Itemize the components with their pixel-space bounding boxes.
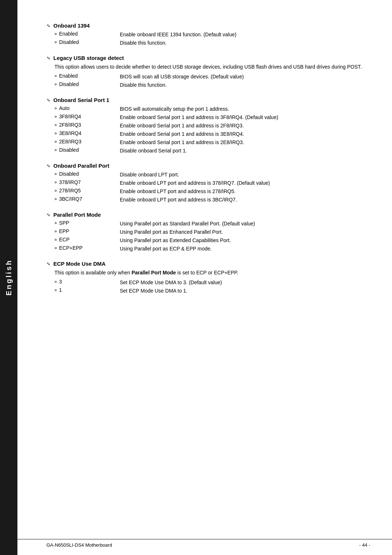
section-icon-onboard-1394: ∿ — [46, 23, 50, 28]
option-row: » Disabled Disable onboard Serial port 1… — [54, 147, 370, 155]
section-title-parallel-port: Onboard Parallel Port — [53, 163, 109, 169]
option-row: » ECP+EPP Using Parallel port as ECP & E… — [54, 245, 370, 253]
section-icon-parallel-port-mode: ∿ — [46, 212, 50, 217]
option-key: » 2E8/IRQ3 — [54, 139, 120, 146]
option-row: » 278/IRQ5 Enable onboard LPT port and a… — [54, 188, 370, 195]
footer: GA-N650SLI-DS4 Motherboard - 44 - — [17, 539, 392, 548]
option-key: » 278/IRQ5 — [54, 188, 120, 195]
arrow-icon: » — [54, 220, 57, 225]
section-onboard-1394: ∿ Onboard 1394 — [46, 23, 370, 29]
option-row: » 3F8/IRQ4 Enable onboard Serial port 1 … — [54, 114, 370, 121]
option-key: » 378/IRQ7 — [54, 179, 120, 187]
option-row: » Enabled BIOS will scan all USB storage… — [54, 73, 370, 81]
section-ecp-mode-use-dma: ∿ ECP Mode Use DMA — [46, 261, 370, 267]
option-key: » ECP — [54, 237, 120, 244]
option-key: » 1 — [54, 287, 120, 295]
option-row: » ECP Using Parallel port as Extended Ca… — [54, 237, 370, 244]
arrow-icon: » — [54, 114, 57, 119]
option-row: » Disabled Disable this function. — [54, 81, 370, 89]
arrow-icon: » — [54, 279, 57, 284]
option-key: » 3BC/IRQ7 — [54, 196, 120, 204]
arrow-icon: » — [54, 106, 57, 111]
option-key: » Disabled — [54, 171, 120, 179]
arrow-icon: » — [54, 82, 57, 87]
option-row: » 2E8/IRQ3 Enable onboard Serial port 1 … — [54, 139, 370, 146]
section-parallel-port-mode: ∿ Parallel Port Mode — [46, 212, 370, 218]
option-row: » Auto BIOS will automatically setup the… — [54, 105, 370, 113]
option-row: » 1 Set ECP Mode Use DMA to 1. — [54, 287, 370, 295]
arrow-icon: » — [54, 171, 57, 176]
main-content: ∿ Onboard 1394 » Enabled Enable onboard … — [17, 0, 392, 317]
arrow-icon: » — [54, 122, 57, 127]
section-desc-ecp-mode: This option is available only when Paral… — [54, 269, 370, 277]
option-key: » Auto — [54, 105, 120, 113]
option-row: » EPP Using Parallel port as Enhanced Pa… — [54, 228, 370, 236]
arrow-icon: » — [54, 237, 57, 242]
option-row: » 3 Set ECP Mode Use DMA to 3. (Default … — [54, 279, 370, 286]
option-row: » Enabled Enable onboard IEEE 1394 funct… — [54, 31, 370, 38]
option-row: » SPP Using Parallel port as Standard Pa… — [54, 220, 370, 228]
option-key: » Disabled — [54, 39, 120, 47]
arrow-icon: » — [54, 147, 57, 152]
sidebar: English — [0, 0, 17, 555]
arrow-icon: » — [54, 287, 57, 293]
arrow-icon: » — [54, 196, 57, 201]
footer-right: - 44 - — [359, 542, 370, 548]
arrow-icon: » — [54, 229, 57, 234]
option-key: » Disabled — [54, 147, 120, 155]
option-row: » Disabled Disable this function. — [54, 39, 370, 47]
option-row: » 2F8/IRQ3 Enable onboard Serial port 1 … — [54, 122, 370, 130]
option-key: » Enabled — [54, 31, 120, 38]
option-row: » 3BC/IRQ7 Enable onboard LPT port and a… — [54, 196, 370, 204]
section-title-serial-port-1: Onboard Serial Port 1 — [53, 97, 109, 103]
section-icon-legacy-usb: ∿ — [46, 55, 50, 61]
arrow-icon: » — [54, 31, 57, 36]
section-icon-parallel-port: ∿ — [46, 163, 50, 168]
section-desc-legacy-usb: This option allows users to decide wheth… — [54, 63, 370, 71]
footer-left: GA-N650SLI-DS4 Motherboard — [46, 542, 112, 548]
section-title-parallel-port-mode: Parallel Port Mode — [53, 212, 101, 218]
section-title-ecp-mode: ECP Mode Use DMA — [53, 261, 106, 267]
arrow-icon: » — [54, 180, 57, 185]
option-key: » 2F8/IRQ3 — [54, 122, 120, 130]
option-key: » Disabled — [54, 81, 120, 89]
sidebar-label: English — [5, 259, 13, 295]
option-key: » 3E8/IRQ4 — [54, 130, 120, 138]
option-row: » 3E8/IRQ4 Enable onboard Serial port 1 … — [54, 130, 370, 138]
arrow-icon: » — [54, 188, 57, 193]
section-title-legacy-usb: Legacy USB storage detect — [53, 55, 124, 61]
section-onboard-parallel-port: ∿ Onboard Parallel Port — [46, 163, 370, 169]
option-key: » EPP — [54, 228, 120, 236]
arrow-icon: » — [54, 245, 57, 250]
bold-text-parallel-port-mode: Parallel Port Mode — [131, 270, 176, 276]
option-key: » SPP — [54, 220, 120, 228]
option-key: » 3 — [54, 279, 120, 286]
option-row: » Disabled Disable onboard LPT port. — [54, 171, 370, 179]
option-key: » ECP+EPP — [54, 245, 120, 253]
arrow-icon: » — [54, 131, 57, 136]
arrow-icon: » — [54, 40, 57, 45]
option-key: » Enabled — [54, 73, 120, 81]
section-icon-serial-port-1: ∿ — [46, 97, 50, 103]
section-legacy-usb: ∿ Legacy USB storage detect — [46, 55, 370, 61]
section-onboard-serial-port-1: ∿ Onboard Serial Port 1 — [46, 97, 370, 103]
arrow-icon: » — [54, 139, 57, 144]
arrow-icon: » — [54, 73, 57, 78]
section-icon-ecp-mode: ∿ — [46, 261, 50, 266]
section-title-onboard-1394: Onboard 1394 — [53, 23, 90, 29]
option-row: » 378/IRQ7 Enable onboard LPT port and a… — [54, 179, 370, 187]
option-key: » 3F8/IRQ4 — [54, 114, 120, 121]
